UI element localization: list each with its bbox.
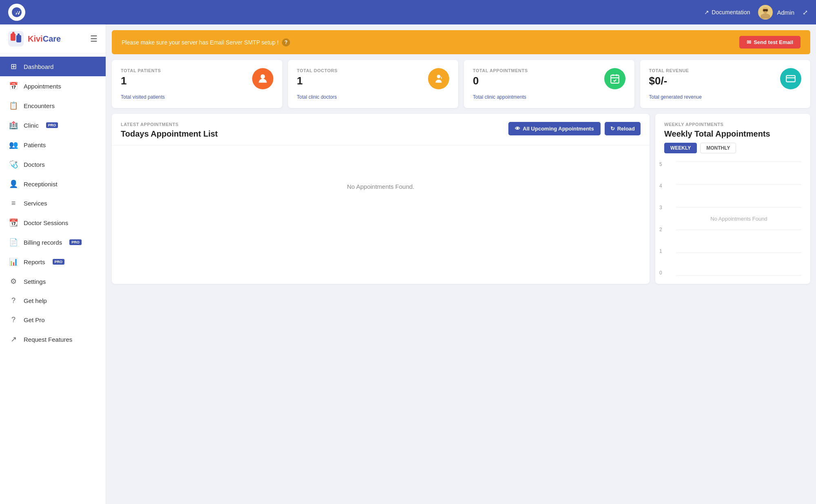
stat-sub-3[interactable]: Total generated revenue [649,94,802,100]
services-label: Services [24,200,47,207]
chart-line [676,207,801,208]
chart-y-label: 5 [659,161,662,167]
reports-label: Reports [24,259,45,265]
all-upcoming-label: All Upcoming Appointments [523,126,594,132]
stat-icon-2 [604,68,625,89]
tab-monthly-button[interactable]: MONTHLY [700,143,736,153]
billing-records-icon: 📄 [9,238,18,247]
svg-rect-10 [12,32,14,36]
reload-icon: ↻ [610,126,615,132]
wp-logo-icon: W [8,4,25,21]
info-icon: ? [282,38,290,46]
stat-icon-0 [252,68,273,89]
stat-sub-1[interactable]: Total clinic doctors [297,94,450,100]
chart-line [676,252,801,253]
stat-card-total-doctors: TOTAL DOCTORS 1 Total clinic doctors [288,60,459,108]
chart-line [676,230,801,230]
sidebar-item-appointments[interactable]: 📅Appointments [0,76,106,96]
alert-message: Please make sure your server has Email S… [122,39,279,46]
receptionist-label: Receptionist [24,181,58,188]
appointments-panel-body: No Appointments Found. [112,146,650,227]
sidebar: KiviCare ☰ ⊞Dashboard📅Appointments📋Encou… [0,24,106,504]
encounters-icon: 📋 [9,101,18,110]
stat-card-top: TOTAL DOCTORS 1 [297,68,450,89]
tab-weekly-button[interactable]: WEEKLY [664,143,697,153]
svg-rect-12 [18,33,20,38]
top-header: W ↗ Documentation Admin ⤢ [0,0,816,24]
sidebar-item-request-features[interactable]: ↗Request Features [0,329,106,349]
stat-icon-1 [428,68,449,89]
get-help-icon: ? [9,296,18,305]
weekly-subtitle: WEEKLY APPOINTMENTS [664,122,801,127]
doctors-label: Doctors [24,161,45,168]
sidebar-item-doctors[interactable]: 🩺Doctors [0,155,106,174]
reload-button[interactable]: ↻ Reload [605,122,641,135]
weekly-title: Weekly Total Appointments [664,129,801,139]
main-layout: KiviCare ☰ ⊞Dashboard📅Appointments📋Encou… [0,24,816,504]
sidebar-item-settings[interactable]: ⚙Settings [0,272,106,291]
appointments-actions: 👁 All Upcoming Appointments ↻ Reload [508,122,641,135]
receptionist-icon: 👤 [9,179,18,188]
no-appointments-message: No Appointments Found. [347,183,414,190]
eye-icon: 👁 [515,126,520,132]
sidebar-item-billing-records[interactable]: 📄Billing recordsPRO [0,232,106,252]
chart-no-data-message: No Appointments Found [710,216,767,222]
chart-line [676,184,801,185]
appointments-panel: LATEST APPOINTMENTS Todays Appointment L… [112,114,650,284]
stat-card-top: TOTAL APPOINTMENTS 0 [473,68,625,89]
sidebar-item-doctor-sessions[interactable]: 📆Doctor Sessions [0,213,106,232]
header-left: W [8,4,25,21]
hamburger-icon[interactable]: ☰ [90,34,98,44]
stat-card-total-revenue: TOTAL REVENUE $0/- Total generated reven… [640,60,811,108]
stat-sub-2[interactable]: Total clinic appointments [473,94,625,100]
stat-icon-3 [780,68,801,89]
sidebar-item-clinic[interactable]: 🏥ClinicPRO [0,115,106,135]
bottom-section: LATEST APPOINTMENTS Todays Appointment L… [106,108,816,290]
alert-banner: Please make sure your server has Email S… [112,30,810,54]
chart-y-labels: 543210 [659,161,662,276]
admin-avatar [758,5,773,20]
weekly-panel: WEEKLY APPOINTMENTS Weekly Total Appoint… [655,114,810,284]
sidebar-item-services[interactable]: ≡Services [0,194,106,213]
sidebar-item-patients[interactable]: 👥Patients [0,135,106,155]
sidebar-item-dashboard[interactable]: ⊞Dashboard [0,57,106,76]
get-pro-label: Get Pro [24,316,45,323]
chart-y-label: 3 [659,205,662,210]
svg-rect-5 [763,9,768,11]
svg-rect-19 [786,75,795,82]
chart-y-label: 0 [659,270,662,276]
sidebar-item-receptionist[interactable]: 👤Receptionist [0,174,106,194]
admin-section: Admin [758,5,794,20]
sidebar-item-get-pro[interactable]: ?Get Pro [0,310,106,329]
expand-icon[interactable]: ⤢ [803,9,808,16]
clinic-label: Clinic [24,122,39,129]
appointments-label: Appointments [24,83,61,90]
stat-card-top: TOTAL REVENUE $0/- [649,68,802,89]
all-upcoming-appointments-button[interactable]: 👁 All Upcoming Appointments [508,122,600,135]
stat-label-2: TOTAL APPOINTMENTS [473,68,528,73]
appointments-icon: 📅 [9,82,18,91]
reports-pro-badge: PRO [53,259,65,265]
svg-point-14 [437,75,441,78]
clinic-icon: 🏥 [9,121,18,130]
chart-y-label: 4 [659,183,662,189]
sidebar-item-reports[interactable]: 📊ReportsPRO [0,252,106,272]
svg-rect-15 [611,75,619,83]
request-features-label: Request Features [24,336,72,343]
alert-text: Please make sure your server has Email S… [122,38,290,46]
send-test-label: Send test Email [754,39,793,45]
appointments-subtitle: LATEST APPOINTMENTS [121,122,218,127]
logo-text: KiviCare [28,34,61,44]
appointments-title-section: LATEST APPOINTMENTS Todays Appointment L… [121,122,218,139]
sidebar-item-encounters[interactable]: 📋Encounters [0,96,106,115]
billing-records-label: Billing records [24,239,62,246]
stat-label-1: TOTAL DOCTORS [297,68,338,73]
documentation-link[interactable]: ↗ Documentation [704,9,750,15]
sidebar-item-get-help[interactable]: ?Get help [0,291,106,310]
reload-label: Reload [617,126,635,132]
stat-sub-0[interactable]: Total visited patients [121,94,273,100]
documentation-label: Documentation [712,9,750,15]
patients-label: Patients [24,141,46,148]
chart-y-label: 2 [659,227,662,232]
send-test-email-button[interactable]: ✉ Send test Email [739,36,800,49]
